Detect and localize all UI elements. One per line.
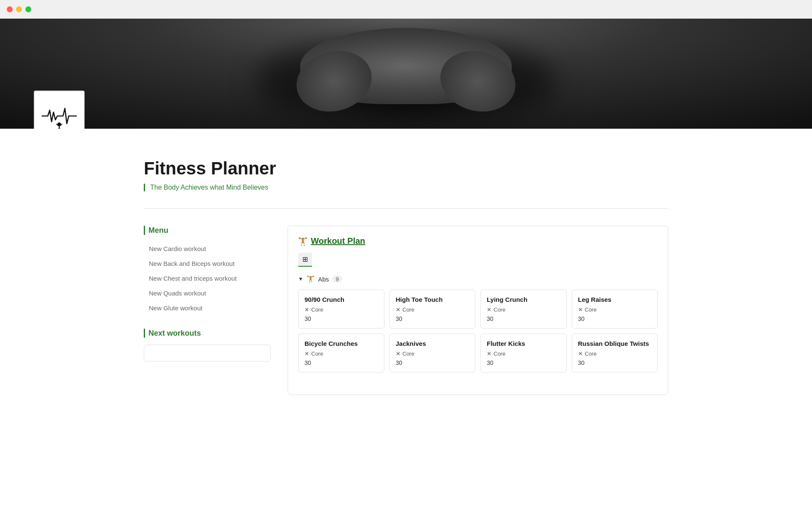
next-workouts-heading-text: Next workouts: [148, 329, 201, 338]
tag-icon-flutter: ✕: [487, 351, 491, 357]
menu-item-cardio[interactable]: New Cardio workout: [144, 242, 271, 256]
gallery-icon: ⊞: [302, 256, 308, 263]
tag-icon-bicycle: ✕: [304, 351, 309, 357]
card-name-high-toe: High Toe Touch: [396, 296, 469, 303]
maximize-button[interactable]: [25, 6, 31, 12]
card-tag-90-90: ✕ Core: [304, 306, 378, 313]
card-reps-russian: 30: [578, 359, 652, 366]
tag-icon-high-toe: ✕: [396, 306, 401, 313]
tag-text-russian: Core: [585, 351, 597, 357]
toggle-arrow-abs[interactable]: ▼: [298, 276, 303, 282]
abs-group-header[interactable]: ▼ 🏋 Abs 9: [298, 275, 658, 283]
abs-cards-row2: Bicycle Crunches ✕ Core 30 Jacknives ✕ C…: [298, 334, 658, 373]
menu-list: New Cardio workout New Back and Biceps w…: [144, 242, 271, 315]
tag-text-90-90: Core: [311, 306, 323, 313]
card-tag-russian: ✕ Core: [578, 351, 652, 357]
view-tabs: ⊞: [298, 253, 312, 267]
card-reps-90-90: 30: [304, 315, 378, 322]
tag-text-flutter: Core: [494, 351, 505, 357]
page-subtitle: The Body Achieves what Mind Believes: [144, 184, 668, 191]
svg-line-3: [59, 128, 62, 129]
next-workouts-heading-bar: [144, 329, 145, 338]
card-russian-twists[interactable]: Russian Oblique Twists ✕ Core 30: [572, 334, 658, 373]
card-reps-flutter: 30: [487, 359, 560, 366]
workout-plan-title[interactable]: Workout Plan: [311, 236, 365, 246]
tag-text-high-toe: Core: [403, 306, 414, 313]
card-90-90-crunch[interactable]: 90/90 Crunch ✕ Core 30: [298, 290, 384, 329]
card-reps-lying: 30: [487, 315, 560, 322]
hero-banner: [0, 19, 812, 129]
tag-icon-jacknives: ✕: [396, 351, 401, 357]
card-tag-high-toe: ✕ Core: [396, 306, 469, 313]
abs-cards-row1: 90/90 Crunch ✕ Core 30 High Toe Touch ✕ …: [298, 290, 658, 329]
page-title: Fitness Planner: [144, 158, 668, 179]
page-header: Fitness Planner The Body Achieves what M…: [144, 129, 668, 200]
card-lying-crunch[interactable]: Lying Crunch ✕ Core 30: [480, 290, 567, 329]
menu-item-chest-triceps[interactable]: New Chest and triceps workout: [144, 271, 271, 285]
card-name-flutter: Flutter Kicks: [487, 340, 560, 347]
minimize-button[interactable]: [16, 6, 22, 12]
menu-item-back-biceps[interactable]: New Back and Biceps workout: [144, 257, 271, 271]
tag-icon-90-90: ✕: [304, 306, 309, 313]
card-name-leg-raises: Leg Raises: [578, 296, 652, 303]
menu-heading-bar: [144, 226, 145, 235]
card-name-lying: Lying Crunch: [487, 296, 560, 303]
menu-item-glute[interactable]: New Glute workout: [144, 301, 271, 315]
card-bicycle-crunches[interactable]: Bicycle Crunches ✕ Core 30: [298, 334, 384, 373]
card-reps-high-toe: 30: [396, 315, 469, 322]
card-tag-lying: ✕ Core: [487, 306, 560, 313]
tag-text-bicycle: Core: [311, 351, 323, 357]
gallery-view-tab[interactable]: ⊞: [298, 253, 312, 266]
page-icon: [34, 91, 85, 129]
card-flutter-kicks[interactable]: Flutter Kicks ✕ Core 30: [480, 334, 567, 373]
menu-section-heading: Menu: [144, 226, 271, 235]
menu-item-quads[interactable]: New Quads workout: [144, 286, 271, 300]
workout-area: 🏋 Workout Plan ⊞ ▼ 🏋 Abs 9 90/90 Crunch: [288, 226, 668, 395]
titlebar: [0, 0, 812, 19]
next-workouts-heading: Next workouts: [144, 329, 271, 338]
tag-text-leg-raises: Core: [585, 306, 597, 313]
close-button[interactable]: [7, 6, 13, 12]
card-tag-bicycle: ✕ Core: [304, 351, 378, 357]
dumbbell-icon: 🏋: [298, 237, 307, 246]
next-workouts-input[interactable]: [144, 345, 271, 362]
card-reps-jacknives: 30: [396, 359, 469, 366]
card-leg-raises[interactable]: Leg Raises ✕ Core 30: [572, 290, 658, 329]
menu-heading-text: Menu: [148, 226, 168, 235]
abs-group-count: 9: [332, 276, 342, 283]
card-jacknives[interactable]: Jacknives ✕ Core 30: [390, 334, 476, 373]
sidebar: Menu New Cardio workout New Back and Bic…: [144, 226, 271, 395]
card-reps-bicycle: 30: [304, 359, 378, 366]
tag-icon-lying: ✕: [487, 306, 491, 313]
tag-icon-russian: ✕: [578, 351, 583, 357]
card-name-bicycle: Bicycle Crunches: [304, 340, 378, 347]
workout-plan-header: 🏋 Workout Plan: [298, 236, 658, 246]
main-layout: Menu New Cardio workout New Back and Bic…: [144, 217, 668, 395]
tag-icon-leg-raises: ✕: [578, 306, 583, 313]
card-tag-jacknives: ✕ Core: [396, 351, 469, 357]
card-high-toe-touch[interactable]: High Toe Touch ✕ Core 30: [390, 290, 476, 329]
card-name-jacknives: Jacknives: [396, 340, 469, 347]
page-content: Fitness Planner The Body Achieves what M…: [110, 129, 702, 395]
svg-line-2: [57, 128, 59, 129]
tag-text-jacknives: Core: [403, 351, 414, 357]
card-tag-flutter: ✕ Core: [487, 351, 560, 357]
card-name-90-90: 90/90 Crunch: [304, 296, 378, 303]
abs-group-icon: 🏋: [307, 275, 315, 283]
header-divider: [144, 208, 668, 209]
card-tag-leg-raises: ✕ Core: [578, 306, 652, 313]
card-reps-leg-raises: 30: [578, 315, 652, 322]
card-name-russian: Russian Oblique Twists: [578, 340, 652, 347]
tag-text-lying: Core: [494, 306, 505, 313]
abs-group-name: Abs: [318, 276, 329, 283]
next-workouts-section: Next workouts: [144, 329, 271, 362]
